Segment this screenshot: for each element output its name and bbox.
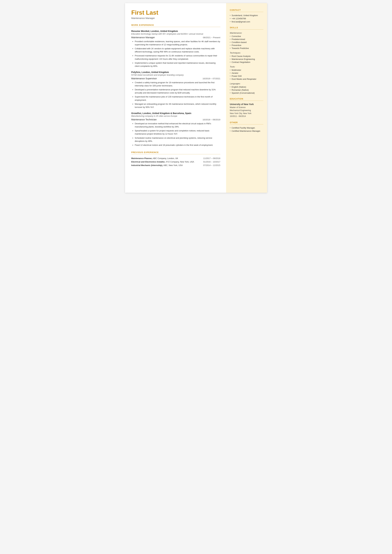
- main-content: First Last Maintenance Manager WORK EXPE…: [125, 3, 226, 193]
- employer-name-2: Polyhire, London, United Kingdom: [131, 71, 220, 73]
- skills-heading: SKILLS: [230, 26, 263, 29]
- bullet-3-1: Developed an innovative method that enha…: [135, 122, 220, 128]
- skill-power-drill: Power Drill: [230, 75, 263, 77]
- employer-company-3: Growthsi,: [131, 112, 142, 114]
- prev-exp-dates-1: 11/2017 – 09/2018: [203, 157, 220, 160]
- skill-contract-negotiation: Contract Negotiation: [230, 61, 263, 63]
- employer-block-1: Resume Worded, London, United Kingdom Ed…: [131, 30, 220, 68]
- prev-exp-bold-1: Maintenance Planner,: [131, 157, 152, 160]
- employer-company-2: Polyhire,: [131, 71, 141, 73]
- employer-tagline-1: Education technology startup with 50+ em…: [131, 33, 220, 35]
- skill-category-tools-label: Tools:: [230, 66, 263, 68]
- contact-phone: +44 123456789: [230, 17, 263, 20]
- prev-exp-bold-2: Electrical and Electronics Installer,: [131, 161, 165, 163]
- previous-experience-table: Maintenance Planner, ABC Company, London…: [131, 157, 220, 167]
- employer-name-1: Resume Worded, London, United Kingdom: [131, 30, 220, 32]
- candidate-name: First Last: [131, 9, 220, 16]
- edu-details-1: Master of Science Mechanical Engineering…: [230, 106, 263, 118]
- bullet-2-3: Supervised the maintenance jobs of 130 m…: [135, 95, 220, 102]
- bullet-1-1: Provided comfortable residences, learnin…: [135, 40, 220, 46]
- employer-block-3: Growthsi, London, United Kingdom & Barce…: [131, 112, 220, 147]
- role-row-3: Maintenance Technician 10/2018 – 09/2019: [131, 118, 220, 121]
- role-title-3: Maintenance Technician: [131, 118, 157, 121]
- skill-maintenance-engineering: Maintenance Engineering: [230, 58, 263, 60]
- prev-exp-dates-3: 07/2014 – 12/2015: [203, 164, 220, 167]
- skill-spanish: Spanish (Conversational): [230, 92, 263, 94]
- other-item-2: Certified Maintenance Manager.: [230, 130, 263, 132]
- sidebar: CONTACT Sunderland, United Kingdom +44 1…: [226, 3, 267, 193]
- skill-english: English (Native): [230, 86, 263, 88]
- bullet-2-1: Created a safety training program for 19…: [135, 81, 220, 87]
- employer-company-1: Resume Worded,: [131, 30, 150, 32]
- prev-exp-row-2: Electrical and Electronics Installer, XY…: [131, 161, 220, 163]
- prev-exp-left-1: Maintenance Planner, ABC Company, London…: [131, 157, 201, 160]
- name-section: First Last Maintenance Manager: [131, 9, 220, 19]
- skill-multimeter: Multimeter: [230, 69, 263, 71]
- skill-root-cause: Root Cause Analysis: [230, 55, 263, 57]
- skill-preventive: Preventive: [230, 44, 263, 46]
- skill-category-maintenance-label: Maintenance:: [230, 32, 263, 34]
- role-row-1: Maintenance Manager 08/2021 – Present: [131, 36, 220, 39]
- bullet-3-4: Fixed 12 electrical motors and 18 pneuma…: [135, 144, 220, 147]
- contact-address: Sunderland, United Kingdom: [230, 14, 263, 17]
- role-dates-3: 10/2018 – 09/2019: [203, 119, 220, 121]
- prev-exp-left-3: Industrial Mechanic (Internship), ABC, N…: [131, 164, 201, 167]
- skill-aerator: Aerator: [230, 72, 263, 74]
- bullet-1-2: Collaborated with 1K vendors to update e…: [135, 47, 220, 53]
- prev-exp-dates-2: 01/2016 – 10/2017: [203, 161, 220, 163]
- skill-list-techniques: Root Cause Analysis Maintenance Engineer…: [230, 55, 263, 63]
- skill-condition-based: Condition-based: [230, 41, 263, 43]
- role-title-1: Maintenance Manager: [131, 36, 155, 39]
- education-heading: EDUCATION: [230, 98, 263, 101]
- edu-institution-1: University of New York: [230, 103, 263, 105]
- skill-dust-masks: Dust Masks and Respirator: [230, 78, 263, 80]
- skill-romanian: Romanian (Native): [230, 89, 263, 91]
- role-dates-1: 08/2021 – Present: [203, 36, 220, 39]
- education-block-1: University of New York Master of Science…: [230, 103, 263, 118]
- prev-exp-left-2: Electrical and Electronics Installer, XY…: [131, 161, 201, 163]
- bullet-1-4: Implemented a unique system that tracked…: [135, 61, 220, 68]
- previous-experience-heading: PREVIOUS EXPERIENCE: [131, 151, 220, 154]
- skill-list-languages: English (Native) Romanian (Native) Spani…: [230, 86, 263, 94]
- employer-block-2: Polyhire, London, United Kingdom NYSE-li…: [131, 71, 220, 109]
- contact-email: first.last@gmail.com: [230, 21, 263, 23]
- bullet-2-4: Managed an onboarding program for 28 mai…: [135, 103, 220, 109]
- employer-tagline-3: Manufacturing company in 25 cities acros…: [131, 115, 220, 117]
- skill-category-languages-label: Languages:: [230, 83, 263, 85]
- contact-heading: CONTACT: [230, 9, 263, 12]
- prev-exp-bold-3: Industrial Mechanic (Internship),: [131, 164, 163, 167]
- role-row-2: Maintenance Supervisor 10/2019 – 07/2021: [131, 77, 220, 80]
- employer-name-3: Growthsi, London, United Kingdom & Barce…: [131, 112, 220, 114]
- skill-corrective: Corrective: [230, 35, 263, 37]
- prev-exp-row-3: Industrial Mechanic (Internship), ABC, N…: [131, 164, 220, 167]
- role-dates-2: 10/2019 – 07/2021: [203, 77, 220, 80]
- work-experience-heading: WORK EXPERIENCE: [131, 24, 220, 27]
- bullet-list-2: Created a safety training program for 19…: [131, 81, 220, 109]
- employer-tagline-2: NYSE-listed recruitment and employer bra…: [131, 74, 220, 76]
- skill-list-maintenance: Corrective Predetermined Condition-based…: [230, 35, 263, 49]
- bullet-list-3: Developed an innovative method that enha…: [131, 122, 220, 147]
- skill-list-tools: Multimeter Aerator Power Drill Dust Mask…: [230, 69, 263, 80]
- skill-towards-predictive: Towards Predictive: [230, 47, 263, 49]
- candidate-job-title: Maintenance Manager: [131, 17, 220, 19]
- other-heading: OTHER: [230, 121, 263, 125]
- skill-category-techniques-label: Techniques:: [230, 52, 263, 54]
- bullet-list-1: Provided comfortable residences, learnin…: [131, 40, 220, 68]
- bullet-2-2: Developed a preventative maintenance pro…: [135, 88, 220, 94]
- other-list: Certified Facility Manager. Certified Ma…: [230, 127, 263, 132]
- prev-exp-row-1: Maintenance Planner, ABC Company, London…: [131, 157, 220, 160]
- bullet-3-2: Spearheaded a system for project request…: [135, 129, 220, 135]
- bullet-3-3: Scheduled routine maintenance on electri…: [135, 136, 220, 143]
- resume-container: First Last Maintenance Manager WORK EXPE…: [125, 3, 267, 193]
- role-title-2: Maintenance Supervisor: [131, 77, 157, 80]
- contact-list: Sunderland, United Kingdom +44 123456789…: [230, 14, 263, 23]
- other-item-1: Certified Facility Manager.: [230, 127, 263, 129]
- bullet-1-3: Processed maintenance requests for 21.6K…: [135, 54, 220, 61]
- skill-predetermined: Predetermined: [230, 38, 263, 40]
